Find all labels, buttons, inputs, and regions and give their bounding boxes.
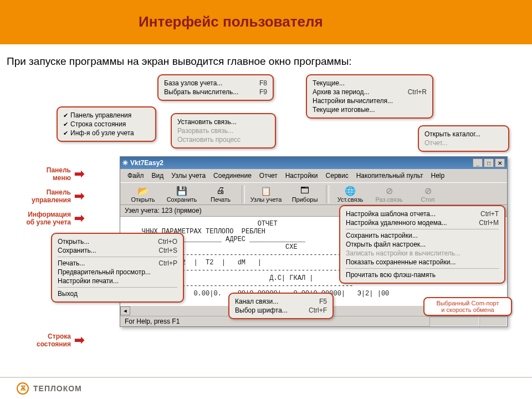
- label-comport: Выбранный Com-порт и скорость обмена: [423, 297, 512, 316]
- logo-icon: Ѫ: [17, 382, 29, 395]
- toolbar: 📂Открыть💾Сохранить🖨Печать📋Узлы учета🗔При…: [120, 183, 507, 205]
- close-button[interactable]: ✕: [495, 158, 505, 167]
- footer: Ѫ ТЕПЛОКОМ: [0, 377, 532, 399]
- label-info: Информация об узле учета➡: [7, 211, 84, 226]
- menu-row: Записать настройки в вычислитель...: [346, 249, 499, 258]
- window-title: Vkt7Easy2: [130, 159, 163, 167]
- menu-row[interactable]: Открыть...Ctrl+O: [58, 237, 177, 246]
- toolbar-icon: ⊘: [408, 185, 447, 196]
- toolbar-button: ⊘Раз.связь: [370, 184, 408, 204]
- toolbar-button[interactable]: 🖨Печать: [201, 184, 240, 204]
- toolbar-icon: 🌐: [331, 185, 370, 196]
- menu-row[interactable]: Выход: [58, 289, 177, 298]
- menu-item[interactable]: Настройки: [282, 171, 322, 181]
- menu-item[interactable]: Накопительный пульт: [352, 171, 427, 181]
- arrow-icon: ➡: [74, 212, 84, 224]
- menu-row[interactable]: Настройка удаленного модема...Ctrl+M: [346, 218, 499, 227]
- menu-row[interactable]: Настройки вычислителя...: [313, 96, 427, 105]
- label-menu: Панель меню➡: [7, 166, 84, 182]
- arrow-icon: ➡: [74, 334, 84, 346]
- menu-row[interactable]: Панель управления: [63, 111, 150, 120]
- status-empty: [429, 316, 479, 326]
- arrow-icon: ➡: [74, 190, 84, 202]
- menu-item[interactable]: Файл: [124, 171, 148, 181]
- label-toolbar: Панель управления➡: [7, 188, 84, 204]
- menu-row[interactable]: База узлов учета...F8: [164, 79, 267, 88]
- menu-row: Остановить процесс: [177, 135, 269, 144]
- minimize-button[interactable]: _: [473, 158, 483, 167]
- info-node: Узел учета: 123 (прямое): [125, 207, 202, 214]
- menu-soed[interactable]: Установить связь...Разорвать связь...Ост…: [171, 113, 276, 149]
- menu-nastr[interactable]: Настройка шаблона отчета...Ctrl+TНастрой…: [339, 205, 505, 284]
- menu-row[interactable]: Текущие...: [313, 79, 427, 88]
- menu-row[interactable]: Строка состояния: [63, 120, 150, 129]
- toolbar-button[interactable]: 🌐Уст.связь: [331, 184, 370, 204]
- toolbar-icon: 🗔: [285, 185, 324, 196]
- menu-uzly[interactable]: База узлов учета...F8Выбрать вычислитель…: [157, 74, 274, 101]
- toolbar-icon: 📂: [124, 185, 162, 196]
- menu-row[interactable]: Архив за период...Ctrl+R: [313, 88, 427, 96]
- toolbar-icon: 💾: [162, 185, 201, 196]
- page-header: Интерфейс пользователя: [0, 0, 532, 44]
- arrow-icon: ➡: [74, 168, 84, 180]
- menu-item[interactable]: Отчет: [255, 171, 282, 181]
- menu-row[interactable]: Печать...Ctrl+P: [58, 259, 177, 268]
- menu-row[interactable]: Сохранить настройки...: [346, 231, 499, 240]
- scroll-left-button[interactable]: ◄: [120, 306, 130, 315]
- menu-item[interactable]: Сервис: [322, 171, 352, 181]
- menu-item[interactable]: Help: [427, 171, 448, 181]
- menu-row: Отчет...: [424, 139, 503, 147]
- menu-servis[interactable]: Канал связи...F5Выбор шрифта...Ctrl+F: [228, 293, 334, 319]
- footer-brand: ТЕПЛОКОМ: [33, 384, 82, 393]
- toolbar-button[interactable]: 📋Узлы учета: [247, 184, 285, 204]
- diagram-canvas: Панель меню➡ Панель управления➡ Информац…: [7, 72, 525, 366]
- menu-row[interactable]: Сохранить...Ctrl+S: [58, 246, 177, 255]
- page-title: Интерфейс пользователя: [139, 13, 532, 30]
- menu-row[interactable]: Инф-я об узле учета: [63, 129, 150, 137]
- app-icon: ✳: [122, 159, 128, 167]
- toolbar-icon: 🖨: [201, 185, 240, 196]
- menu-row[interactable]: Текущие итоговые...: [313, 105, 427, 114]
- menu-row: Разорвать связь...: [177, 126, 269, 135]
- menu-row[interactable]: Канал связи...F5: [235, 297, 327, 306]
- toolbar-icon: ⊘: [370, 185, 408, 196]
- menu-otchet[interactable]: Текущие...Архив за период...Ctrl+RНастро…: [306, 74, 433, 119]
- intro-text: При запуске программы на экран выводится…: [0, 44, 532, 72]
- menu-row[interactable]: Предварительный просмотр...: [58, 268, 177, 277]
- menu-item[interactable]: Узлы учета: [167, 171, 209, 181]
- menu-pult[interactable]: Открыть каталог...Отчет...: [418, 125, 509, 152]
- toolbar-button[interactable]: 💾Сохранить: [162, 184, 201, 204]
- toolbar-button: ⊘Стоп: [408, 184, 447, 204]
- menubar: ФайлВидУзлы учетаСоединениеОтчетНастройк…: [120, 169, 507, 183]
- menu-row[interactable]: Открыть каталог...: [424, 130, 503, 139]
- menu-row[interactable]: Установить связь...: [177, 117, 269, 126]
- toolbar-button[interactable]: 🗔Приборы: [285, 184, 324, 204]
- toolbar-icon: 📋: [247, 185, 285, 196]
- menu-item[interactable]: Соединение: [209, 171, 255, 181]
- menu-item[interactable]: Вид: [148, 171, 168, 181]
- menu-row[interactable]: Настройка шаблона отчета...Ctrl+T: [346, 209, 499, 218]
- menu-row[interactable]: Выбор шрифта...Ctrl+F: [235, 306, 327, 315]
- maximize-button[interactable]: □: [484, 158, 494, 167]
- menu-row[interactable]: Настройки печати...: [58, 277, 177, 285]
- status-empty2: [479, 316, 507, 326]
- menu-file[interactable]: Открыть...Ctrl+OСохранить...Ctrl+SПечать…: [51, 233, 184, 303]
- menu-row[interactable]: Прочитать всю флэш-память: [346, 270, 499, 279]
- menu-row[interactable]: Показать сохраненные настройки...: [346, 258, 499, 267]
- toolbar-button[interactable]: 📂Открыть: [124, 184, 162, 204]
- menu-vid[interactable]: Панель управленияСтрока состоянияИнф-я о…: [57, 106, 156, 142]
- menu-row[interactable]: Открыть файл настроек...: [346, 240, 499, 249]
- label-status: Строка состояния➡: [7, 332, 84, 348]
- titlebar[interactable]: ✳ Vkt7Easy2 _ □ ✕: [120, 157, 507, 169]
- menu-row[interactable]: Выбрать вычислитель...F9: [164, 88, 267, 96]
